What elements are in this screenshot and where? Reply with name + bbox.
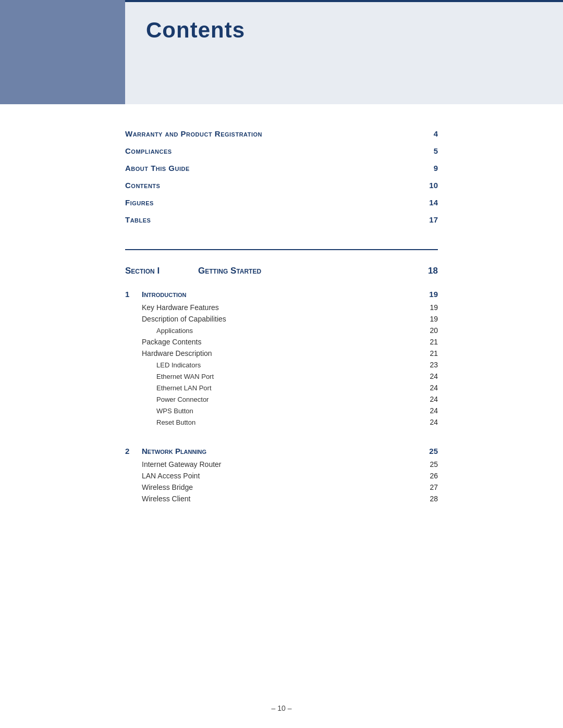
sub-entry-title: Ethernet WAN Port [156, 373, 214, 380]
sub-entry-title: LAN Access Point [142, 472, 200, 480]
page-title: Contents [146, 18, 245, 43]
sub-entry: Applications 20 [125, 325, 438, 336]
section-header-row: Section I Getting Started 18 [125, 261, 438, 287]
sub-entry-title: Internet Gateway Router [142, 460, 222, 468]
chapter-header-left: 2 Network Planning [125, 447, 206, 455]
sub-entry-page: 27 [422, 483, 438, 491]
section-divider [125, 249, 438, 250]
sub-entry-title: Key Hardware Features [142, 303, 219, 312]
section-page: 18 [422, 266, 438, 276]
toc-entry-page: 5 [422, 146, 438, 155]
sub-entry-page: 23 [422, 361, 438, 369]
sub-entry-title: Reset Button [156, 418, 195, 426]
toc-entry: Warranty and Product Registration 4 [125, 125, 438, 142]
sub-entry-page: 24 [422, 418, 438, 426]
chapter-title: Introduction [142, 290, 186, 299]
sub-entry-title: Package Contents [142, 338, 201, 346]
header-blue-block [0, 0, 125, 104]
chapter-header-left: 1 Introduction [125, 290, 186, 299]
sub-entry: Hardware Description 21 [125, 348, 438, 359]
chapter-section: 2 Network Planning 25 Internet Gateway R… [125, 443, 438, 504]
chapter-number: 1 [125, 290, 136, 299]
chapter-page: 19 [422, 290, 438, 299]
toc-entry-page: 9 [422, 164, 438, 172]
toc-entry: Compliances 5 [125, 142, 438, 159]
sub-entry-page: 24 [422, 384, 438, 392]
sub-entry: Power Connector 24 [125, 393, 438, 405]
chapter-header: 1 Introduction 19 [125, 287, 438, 302]
sub-entry-page: 19 [422, 303, 438, 312]
sub-entry: Description of Capabilities 19 [125, 313, 438, 325]
toc-entry: Tables 17 [125, 211, 438, 228]
toc-entry: Figures 14 [125, 194, 438, 211]
sub-entry: Ethernet WAN Port 24 [125, 371, 438, 382]
chapter-header: 2 Network Planning 25 [125, 443, 438, 459]
sub-entry: Package Contents 21 [125, 336, 438, 348]
footer: – 10 – [0, 704, 563, 712]
sub-entry-page: 28 [422, 495, 438, 503]
sub-entry: Wireless Client 28 [125, 493, 438, 504]
sub-entry: Internet Gateway Router 25 [125, 459, 438, 470]
toc-entry-page: 10 [422, 181, 438, 190]
sub-entry-title: Wireless Client [142, 495, 190, 503]
toc-entry-title: Tables [125, 215, 151, 224]
sub-entry-page: 21 [422, 349, 438, 357]
sub-entry-title: WPS Button [156, 407, 193, 415]
sub-entry: LED Indicators 23 [125, 359, 438, 371]
toc-entry-title: Compliances [125, 146, 172, 155]
toc-entry: About This Guide 9 [125, 159, 438, 177]
sub-entry-page: 24 [422, 406, 438, 415]
toc-entry-title: About This Guide [125, 164, 190, 172]
section-title: Getting Started [198, 266, 422, 276]
sub-entry: LAN Access Point 26 [125, 470, 438, 482]
toc-entry-page: 17 [422, 215, 438, 224]
section-label: Section I [125, 266, 188, 276]
sub-entry-page: 24 [422, 372, 438, 380]
sub-entry: Reset Button 24 [125, 416, 438, 428]
toc-entry-title: Figures [125, 198, 154, 207]
toc-entry-page: 14 [422, 198, 438, 207]
sections-container: Section I Getting Started 18 1 Introduct… [125, 261, 438, 504]
sub-entry: Key Hardware Features 19 [125, 302, 438, 313]
content-area: Warranty and Product Registration 4 Comp… [0, 125, 563, 504]
sub-entry-page: 26 [422, 472, 438, 480]
toc-entry-title: Warranty and Product Registration [125, 129, 262, 138]
sub-entry-title: Ethernet LAN Port [156, 384, 212, 392]
chapter-section: 1 Introduction 19 Key Hardware Features … [125, 287, 438, 428]
sub-entry: Wireless Bridge 27 [125, 482, 438, 493]
sub-entry-page: 20 [422, 326, 438, 335]
sub-entry-title: Description of Capabilities [142, 315, 226, 323]
sub-entry: Ethernet LAN Port 24 [125, 382, 438, 393]
toc-entry: Contents 10 [125, 177, 438, 194]
chapter-page: 25 [422, 447, 438, 455]
sub-entry-title: Hardware Description [142, 349, 212, 357]
chapter-number: 2 [125, 447, 136, 455]
frontmatter-toc: Warranty and Product Registration 4 Comp… [125, 125, 438, 228]
sub-entry-page: 25 [422, 460, 438, 468]
sub-entry-title: LED Indicators [156, 361, 201, 369]
sub-entry: WPS Button 24 [125, 405, 438, 416]
toc-entry-title: Contents [125, 181, 160, 190]
toc-entry-page: 4 [422, 129, 438, 138]
sub-entry-title: Applications [156, 327, 193, 335]
chapter-title: Network Planning [142, 447, 206, 455]
sub-entry-title: Power Connector [156, 396, 209, 403]
header: Contents [0, 0, 563, 104]
footer-text: – 10 – [272, 704, 292, 712]
sub-entry-title: Wireless Bridge [142, 483, 193, 491]
header-title-area: Contents [125, 0, 563, 104]
sub-entry-page: 24 [422, 395, 438, 403]
sub-entry-page: 19 [422, 315, 438, 323]
sub-entry-page: 21 [422, 338, 438, 346]
